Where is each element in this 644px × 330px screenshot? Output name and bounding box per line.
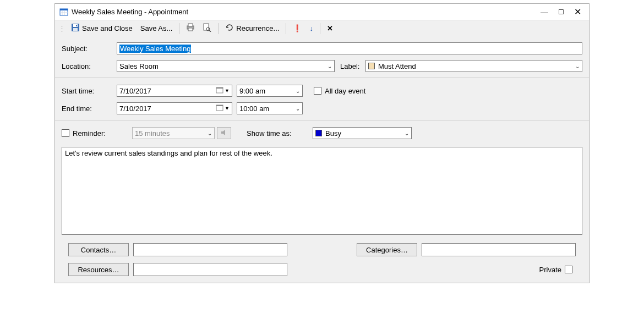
chevron-down-icon: ⌄	[296, 106, 300, 112]
save-and-close-button[interactable]: Save and Close	[69, 23, 135, 34]
divider	[55, 120, 589, 120]
calendar-app-icon	[59, 8, 68, 16]
end-time-value: 10:00 am	[239, 105, 269, 113]
toolbar-separator	[218, 23, 219, 34]
recurrence-label: Recurrence...	[236, 24, 279, 32]
start-date-value: 7/10/2017	[119, 87, 151, 95]
checkbox-icon	[62, 129, 69, 137]
show-time-as-combo[interactable]: Busy ⌄	[313, 127, 412, 139]
busy-color-swatch	[315, 130, 322, 136]
save-as-button[interactable]: Save As...	[138, 24, 175, 32]
chevron-down-icon: ⌄	[208, 130, 212, 136]
form-area: Subject: Weekly Sales Meeting Location: …	[55, 37, 589, 283]
label-color-swatch	[368, 63, 375, 69]
end-date-value: 7/10/2017	[119, 105, 151, 113]
svg-rect-16	[216, 87, 223, 89]
window-title: Weekly Sales Meeting - Appointment	[72, 8, 541, 16]
label-value: Must Attend	[378, 62, 416, 70]
svg-line-14	[209, 30, 211, 32]
description-textarea[interactable]	[62, 147, 582, 235]
end-time-picker[interactable]: 10:00 am ⌄	[237, 102, 303, 114]
titlebar: Weekly Sales Meeting - Appointment — ☐ ✕	[55, 4, 589, 20]
private-label: Private	[539, 266, 561, 274]
subject-input[interactable]: Weekly Sales Meeting	[117, 42, 582, 54]
print-button[interactable]	[184, 23, 197, 34]
reminder-sound-button[interactable]	[217, 127, 231, 139]
delete-x-icon: ✕	[327, 24, 333, 32]
location-value: Sales Room	[119, 62, 159, 70]
save-and-close-label: Save and Close	[82, 24, 133, 32]
svg-rect-8	[76, 25, 77, 26]
toolbar-separator	[320, 23, 320, 34]
start-date-picker[interactable]: 7/10/2017 ▼	[117, 85, 232, 97]
calendar-icon	[216, 86, 223, 96]
start-time-value: 9:00 am	[239, 87, 265, 95]
minimize-button[interactable]: —	[541, 8, 548, 16]
svg-rect-11	[188, 28, 193, 31]
importance-low-button[interactable]: ↓	[307, 24, 315, 32]
svg-rect-18	[216, 105, 223, 106]
show-time-as-label: Show time as:	[247, 129, 313, 138]
window-controls: — ☐ ✕	[541, 7, 585, 17]
printer-icon	[186, 23, 195, 34]
chevron-down-icon: ⌄	[575, 63, 580, 69]
appointment-window: Weekly Sales Meeting - Appointment — ☐ ✕…	[54, 3, 590, 283]
start-time-picker[interactable]: 9:00 am ⌄	[237, 85, 303, 97]
arrow-down-icon: ↓	[309, 24, 313, 32]
resources-button[interactable]: Resources…	[68, 263, 129, 276]
recurrence-button[interactable]: Recurrence...	[223, 23, 281, 34]
subject-value: Weekly Sales Meeting	[119, 45, 191, 53]
resources-input[interactable]	[133, 263, 287, 276]
calendar-icon	[216, 104, 223, 113]
divider	[55, 78, 589, 78]
dropdown-arrow-icon: ▼	[225, 88, 230, 94]
contacts-input[interactable]	[133, 243, 287, 256]
checkbox-icon	[565, 266, 572, 273]
reminder-value: 15 minutes	[135, 129, 170, 138]
print-preview-button[interactable]	[200, 23, 214, 34]
label-combo[interactable]: Must Attend ⌄	[365, 60, 582, 72]
bottom-section: Contacts… Categories… Resources… Private	[62, 237, 582, 283]
location-combo[interactable]: Sales Room ⌄	[117, 60, 335, 72]
categories-button-label: Categories…	[366, 246, 408, 254]
resources-button-label: Resources…	[78, 266, 119, 274]
svg-rect-7	[73, 28, 78, 31]
all-day-checkbox[interactable]: All day event	[314, 87, 365, 95]
contacts-button[interactable]: Contacts…	[68, 243, 129, 256]
private-checkbox[interactable]: Private	[539, 266, 576, 274]
speaker-icon	[220, 129, 228, 138]
reminder-label: Reminder:	[73, 129, 106, 138]
toolbar-separator	[179, 23, 179, 34]
all-day-label: All day event	[325, 87, 365, 95]
label-label: Label:	[335, 62, 365, 70]
page-magnifier-icon	[203, 23, 211, 34]
subject-label: Subject:	[62, 45, 117, 53]
end-time-label: End time:	[62, 105, 117, 113]
show-time-as-value: Busy	[325, 129, 341, 138]
svg-rect-12	[204, 24, 209, 30]
save-as-label: Save As...	[140, 24, 173, 32]
toolbar-grip: ⋮	[58, 24, 66, 32]
save-icon	[71, 23, 80, 34]
categories-input[interactable]	[422, 243, 576, 256]
chevron-down-icon: ⌄	[296, 88, 300, 94]
chevron-down-icon: ⌄	[405, 130, 409, 136]
categories-button[interactable]: Categories…	[357, 243, 417, 256]
svg-rect-10	[188, 24, 193, 26]
delete-button[interactable]: ✕	[325, 24, 335, 32]
reminder-interval-combo[interactable]: 15 minutes ⌄	[132, 127, 215, 139]
recurrence-icon	[225, 23, 234, 34]
close-button[interactable]: ✕	[574, 7, 581, 17]
exclamation-icon: ❗	[293, 24, 302, 32]
location-label: Location:	[62, 62, 117, 70]
dropdown-arrow-icon: ▼	[225, 106, 230, 111]
checkbox-icon	[314, 87, 321, 95]
maximize-button[interactable]: ☐	[558, 8, 564, 16]
importance-high-button[interactable]: ❗	[291, 24, 304, 32]
start-time-label: Start time:	[62, 87, 117, 95]
end-date-picker[interactable]: 7/10/2017 ▼	[117, 102, 232, 114]
chevron-down-icon: ⌄	[328, 63, 332, 69]
reminder-checkbox[interactable]: Reminder:	[62, 129, 132, 138]
toolbar: ⋮ Save and Close Save As... Recurre	[55, 20, 589, 37]
toolbar-separator	[286, 23, 286, 34]
